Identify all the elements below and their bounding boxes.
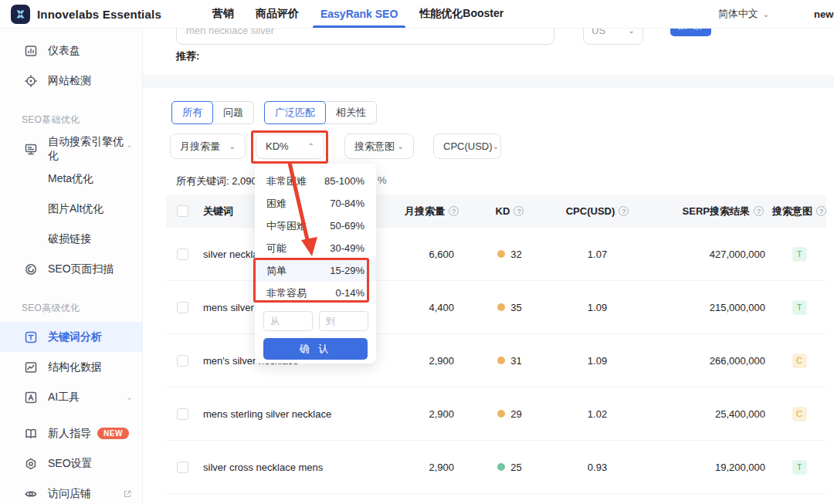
chevron-up-icon: ⌃	[127, 144, 133, 153]
header-serp: SERP搜索结果?	[639, 205, 768, 218]
language-label: 简体中文	[718, 7, 758, 21]
serp-cell: 215,000,000	[639, 302, 768, 313]
tab-all[interactable]: 所有	[171, 101, 213, 124]
kd-dot	[497, 357, 505, 364]
total-keywords-label: 所有关键词:	[176, 175, 229, 187]
intent-badge: T	[792, 460, 807, 475]
chevron-up-icon: ⌃	[308, 142, 314, 151]
kd-dot	[497, 250, 505, 258]
sidebar-item-label: 破损链接	[48, 232, 91, 246]
tab-group-scope: 所有 问题	[171, 101, 254, 124]
sidebar-item-meta[interactable]: Meta优化	[0, 164, 142, 194]
info-icon[interactable]: ?	[619, 206, 629, 216]
serp-cell: 25,400,000	[639, 408, 768, 420]
page-scan-icon	[24, 262, 38, 276]
sidebar-item-label: 网站检测	[48, 74, 91, 88]
chevron-down-icon: ⌄	[398, 142, 404, 151]
table-row[interactable]: silver cross necklace mens 2,900 25 0.93…	[166, 441, 826, 494]
kd-dot	[497, 303, 505, 311]
kd-option-easy[interactable]: 简单 15-29%	[255, 259, 376, 282]
volume-cell: 4,400	[382, 302, 463, 313]
sidebar-item-visit-store[interactable]: 访问店铺	[0, 479, 142, 504]
kd-cell: 31	[463, 355, 556, 367]
header-volume: 月搜索量?	[382, 205, 463, 218]
sidebar-item-label: 仪表盘	[48, 44, 80, 58]
sidebar: 仪表盘 网站检测 SEO基础优化 自动搜索引擎优化	[0, 29, 143, 504]
sidebar-item-broken-links[interactable]: 破损链接	[0, 224, 142, 254]
row-checkbox[interactable]	[177, 462, 188, 473]
sidebar-item-label: 自动搜索引擎优化	[48, 135, 127, 163]
sidebar-item-seo-settings[interactable]: SEO设置	[0, 448, 142, 479]
cpc-cell: 1.09	[556, 302, 639, 313]
row-checkbox[interactable]	[177, 408, 188, 420]
chevron-down-icon: ⌄	[763, 10, 769, 19]
settings-icon	[24, 457, 38, 471]
nav-tab-marketing[interactable]: 营销	[202, 0, 245, 28]
row-checkbox[interactable]	[177, 249, 188, 260]
nav-tab-easyrank-seo[interactable]: EasyRank SEO	[310, 0, 409, 28]
sidebar-item-ai-tools[interactable]: AI工具 ⌄	[0, 382, 142, 412]
nav-tab-reviews[interactable]: 商品评价	[245, 0, 310, 28]
volume-filter-label: 月搜索量	[180, 140, 220, 154]
ai-tools-icon	[24, 391, 38, 404]
kd-option-possible[interactable]: 可能 30-49%	[255, 237, 376, 259]
kd-range-inputs	[255, 304, 376, 331]
sidebar-item-guide[interactable]: 新人指导 NEW	[0, 418, 142, 448]
tab-questions[interactable]: 问题	[212, 101, 254, 124]
new-badge: NEW	[97, 428, 129, 439]
sidebar-section-basic: SEO基础优化	[0, 113, 142, 127]
row-checkbox[interactable]	[177, 302, 188, 313]
sidebar-item-label: 图片Alt优化	[48, 202, 103, 216]
guide-icon	[24, 427, 38, 441]
kd-filter-dropdown[interactable]: KD% ⌃	[256, 134, 324, 159]
intent-filter-dropdown[interactable]: 搜索意图 ⌄	[344, 134, 414, 159]
x-logo-glyph	[15, 8, 26, 20]
kd-option-hard[interactable]: 困难 70-84%	[255, 192, 376, 215]
kd-cell: 29	[463, 408, 556, 420]
kd-from-input[interactable]	[263, 311, 313, 331]
kd-option-medium[interactable]: 中等困难 50-69%	[255, 215, 376, 237]
intent-badge: T	[792, 300, 807, 315]
sidebar-item-dashboard[interactable]: 仪表盘	[0, 36, 142, 66]
info-icon[interactable]: ?	[514, 206, 524, 216]
info-icon[interactable]: ?	[816, 206, 826, 216]
brand-logo-icon	[11, 5, 30, 24]
kd-to-input[interactable]	[319, 311, 368, 331]
sidebar-item-label: 新人指导	[48, 427, 91, 441]
kd-option-very-easy[interactable]: 非常容易 0-14%	[255, 282, 376, 304]
nav-tab-booster[interactable]: 性能优化Booster	[409, 0, 514, 28]
tab-related[interactable]: 相关性	[325, 101, 377, 124]
kd-option-very-hard[interactable]: 非常困难 85-100%	[255, 170, 376, 192]
sidebar-item-structured-data[interactable]: 结构化数据	[0, 352, 142, 382]
total-keywords: 所有关键词: 2,090	[176, 174, 257, 188]
sidebar-item-site-check[interactable]: 网站检测	[0, 66, 142, 96]
tab-group-match: 广泛匹配 相关性	[264, 101, 377, 124]
top-nav: 营销 商品评价 EasyRank SEO 性能优化Booster	[202, 0, 514, 28]
intent-badge: C	[792, 353, 807, 368]
sidebar-item-auto-seo[interactable]: 自动搜索引擎优化 ⌃	[0, 134, 142, 164]
info-icon[interactable]: ?	[449, 206, 459, 216]
sidebar-item-label: SEO页面扫描	[48, 262, 114, 276]
language-selector[interactable]: 简体中文 ⌄	[718, 7, 769, 21]
cpc-cell: 1.02	[556, 408, 639, 420]
tab-broad-match[interactable]: 广泛匹配	[264, 101, 326, 124]
volume-cell: 2,900	[382, 408, 463, 420]
sidebar-item-page-scan[interactable]: SEO页面扫描	[0, 254, 142, 284]
cpc-filter-dropdown[interactable]: CPC(USD) ⌄	[433, 134, 501, 159]
table-row[interactable]: mens sterling silver necklace 2,900 29 1…	[166, 387, 826, 441]
sidebar-item-image-alt[interactable]: 图片Alt优化	[0, 194, 142, 224]
dashboard-icon	[24, 44, 38, 58]
store-name-partial: new-t	[814, 8, 834, 20]
row-checkbox[interactable]	[177, 355, 188, 367]
sidebar-item-keyword-analysis[interactable]: 关键词分析	[0, 322, 142, 352]
kd-dot	[497, 410, 505, 418]
intent-filter-label: 搜索意图	[354, 140, 395, 154]
cpc-cell: 1.07	[556, 249, 639, 260]
kd-confirm-button[interactable]: 确 认	[263, 338, 368, 360]
sidebar-item-label: SEO设置	[48, 457, 93, 471]
select-all-checkbox[interactable]	[177, 205, 188, 217]
header-intent: 搜索意图?	[768, 205, 830, 218]
volume-filter-dropdown[interactable]: 月搜索量 ⌄	[170, 134, 246, 159]
store-icon	[24, 487, 38, 501]
info-icon[interactable]: ?	[754, 206, 764, 216]
